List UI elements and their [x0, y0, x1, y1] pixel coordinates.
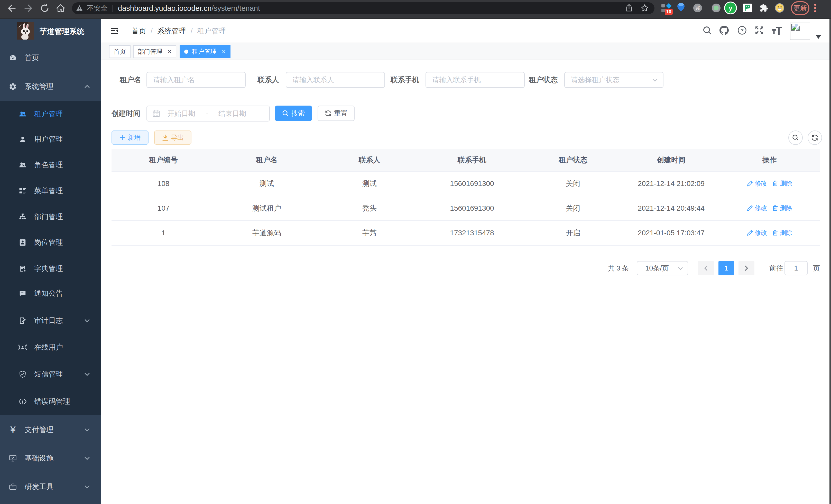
svg-text:y: y: [729, 4, 733, 12]
svg-text:⌘: ⌘: [695, 5, 700, 11]
svg-text:?: ?: [741, 28, 744, 33]
